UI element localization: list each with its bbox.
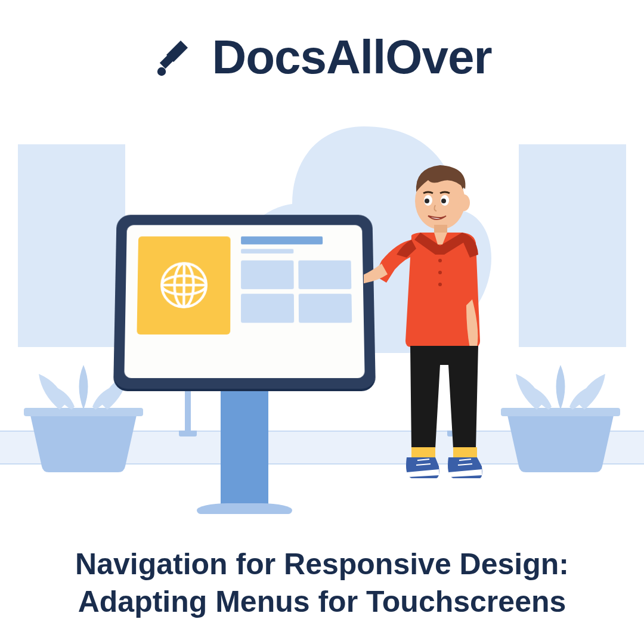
svg-rect-19 — [453, 447, 477, 458]
kiosk-tile — [137, 236, 230, 334]
kiosk-screen-frame — [113, 215, 376, 389]
grid-header-bar — [241, 236, 323, 244]
kiosk-stand — [221, 377, 268, 514]
brand-name: DocsAllOver — [212, 30, 491, 85]
article-headline: Navigation for Responsive Design: Adapti… — [0, 546, 644, 620]
bg-wall-right — [519, 144, 626, 347]
grid-cell — [241, 294, 294, 323]
kiosk-screen — [124, 225, 364, 378]
grid-cell — [298, 261, 351, 289]
docsallover-logo-icon — [152, 33, 200, 81]
kiosk-grid — [241, 236, 352, 366]
svg-point-17 — [438, 283, 442, 286]
svg-point-15 — [438, 259, 442, 262]
svg-rect-18 — [411, 447, 435, 458]
kiosk-base — [197, 503, 292, 514]
bg-wall-left — [18, 144, 125, 347]
hero-illustration — [0, 103, 644, 532]
header: DocsAllOver — [0, 0, 644, 85]
person-illustration — [364, 156, 531, 514]
svg-point-13 — [441, 199, 446, 203]
svg-point-9 — [458, 194, 470, 211]
grid-sub-bar — [241, 249, 293, 253]
svg-point-0 — [157, 67, 166, 76]
svg-point-16 — [438, 271, 442, 274]
globe-icon — [157, 259, 210, 311]
svg-line-7 — [184, 264, 184, 307]
svg-point-12 — [425, 199, 429, 203]
grid-cell — [299, 294, 352, 323]
grid-cell — [241, 261, 294, 289]
touchscreen-kiosk — [113, 210, 376, 514]
